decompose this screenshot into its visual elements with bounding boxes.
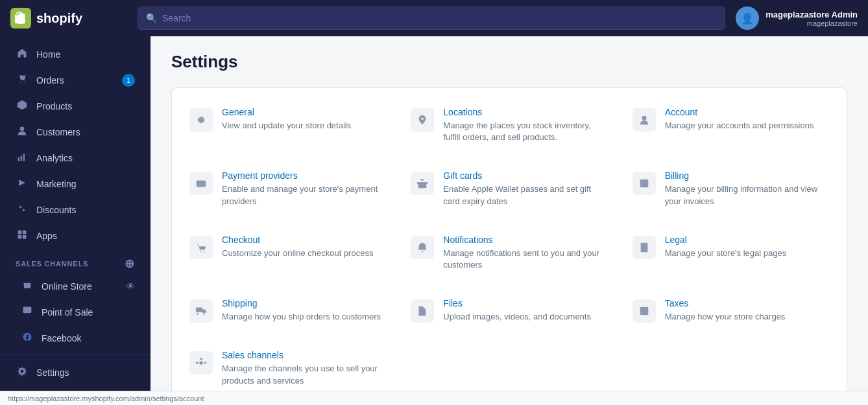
notifications-desc: Manage notifications sent to you and you… [443, 248, 607, 271]
gift-cards-title: Gift cards [443, 170, 607, 181]
sidebar-item-home[interactable]: Home [5, 41, 145, 67]
legal-desc: Manage your store's legal pages [665, 248, 829, 259]
logo-area: shopify [10, 8, 127, 29]
settings-card-checkout[interactable]: Checkout Customize your online checkout … [177, 221, 398, 284]
svg-rect-14 [640, 243, 647, 252]
gift-cards-content: Gift cards Enable Apple Wallet passes an… [443, 170, 607, 207]
sales-channels-content: Sales channels Manage the channels you u… [222, 350, 386, 386]
sidebar-item-marketing[interactable]: Marketing [5, 171, 145, 197]
svg-point-2 [23, 209, 25, 211]
sidebar-item-discounts[interactable]: Discounts [5, 197, 145, 223]
page-title: Settings [171, 52, 847, 72]
shipping-icon [189, 299, 213, 323]
taxes-content: Taxes Manage how your store charges [665, 298, 829, 323]
legal-content: Legal Manage your store's legal pages [665, 235, 829, 259]
svg-point-19 [200, 358, 202, 360]
status-bar: https://mageplazastore.myshopify.com/adm… [0, 391, 868, 405]
settings-card-general[interactable]: General View and update your store detai… [177, 93, 398, 157]
taxes-desc: Manage how your store charges [665, 311, 829, 323]
settings-card-taxes[interactable]: Taxes Manage how your store charges [620, 284, 841, 336]
products-icon [16, 100, 29, 113]
search-bar[interactable]: 🔍 [138, 6, 725, 30]
sidebar-item-online-store[interactable]: Online Store 👁 [5, 273, 145, 299]
discounts-icon [16, 203, 29, 216]
sidebar-item-products[interactable]: Products [5, 93, 145, 119]
svg-point-21 [196, 362, 199, 365]
files-desc: Upload images, videos, and documents [443, 311, 607, 323]
legal-icon [633, 236, 656, 259]
svg-point-12 [200, 251, 201, 252]
gift-cards-icon [411, 172, 434, 195]
svg-point-20 [204, 362, 207, 365]
sidebar-item-facebook[interactable]: Facebook [5, 325, 145, 351]
locations-icon [411, 108, 434, 132]
pos-icon [21, 306, 34, 319]
svg-point-16 [203, 313, 205, 315]
settings-card-gift-cards[interactable]: Gift cards Enable Apple Wallet passes an… [398, 157, 620, 220]
online-store-icon [21, 280, 34, 293]
svg-rect-3 [18, 231, 22, 235]
sidebar-nav: Home Orders 1 Products Customers [0, 41, 151, 249]
files-content: Files Upload images, videos, and documen… [443, 298, 607, 323]
main-content: Settings General View and update your st… [151, 36, 868, 391]
search-input[interactable] [162, 13, 717, 23]
payment-providers-content: Payment providers Enable and manage your… [222, 170, 386, 207]
settings-grid: General View and update your store detai… [177, 93, 841, 391]
checkout-desc: Customize your online checkout process [222, 248, 386, 259]
general-content: General View and update your store detai… [222, 107, 386, 132]
add-sales-channel-icon[interactable]: ⊕ [125, 257, 135, 271]
user-name: mageplazastore Admin [766, 10, 858, 19]
svg-point-18 [199, 362, 202, 365]
settings-card-account[interactable]: Account Manage your accounts and permiss… [620, 93, 841, 157]
settings-card-shipping[interactable]: Shipping Manage how you ship orders to c… [177, 284, 398, 336]
settings-card-files[interactable]: Files Upload images, videos, and documen… [398, 284, 620, 336]
sales-channels-desc: Manage the channels you use to sell your… [222, 363, 386, 386]
facebook-icon [21, 332, 34, 345]
svg-rect-11 [640, 179, 648, 188]
general-icon [189, 108, 213, 132]
settings-card-billing[interactable]: Billing Manage your billing information … [620, 157, 841, 220]
shipping-title: Shipping [222, 298, 386, 308]
sidebar-item-settings[interactable]: Settings [5, 360, 145, 386]
svg-point-8 [642, 116, 646, 121]
analytics-icon [16, 152, 29, 165]
svg-point-1 [19, 206, 21, 208]
sidebar-item-pos[interactable]: Point of Sale [5, 299, 145, 325]
status-url: https://mageplazastore.myshopify.com/adm… [8, 395, 204, 402]
billing-title: Billing [665, 170, 829, 181]
notifications-title: Notifications [443, 235, 607, 245]
settings-card-notifications[interactable]: Notifications Manage notifications sent … [398, 221, 620, 284]
customers-icon [16, 126, 29, 139]
locations-content: Locations Manage the places you stock in… [443, 107, 607, 143]
account-title: Account [665, 107, 829, 117]
general-title: General [222, 107, 386, 117]
account-icon [633, 108, 656, 132]
apps-icon [16, 229, 29, 242]
settings-card-sales-channels[interactable]: Sales channels Manage the channels you u… [177, 336, 398, 391]
user-info: mageplazastore Admin mageplazastore [766, 10, 858, 27]
svg-rect-17 [640, 307, 648, 316]
settings-card-legal[interactable]: Legal Manage your store's legal pages [620, 221, 841, 284]
settings-grid-container: General View and update your store detai… [171, 87, 847, 391]
account-content: Account Manage your accounts and permiss… [665, 107, 829, 132]
search-icon: 🔍 [146, 13, 157, 23]
sidebar-item-orders[interactable]: Orders 1 [5, 67, 145, 93]
taxes-icon [633, 299, 656, 323]
settings-card-payment-providers[interactable]: Payment providers Enable and manage your… [177, 157, 398, 220]
sidebar: Home Orders 1 Products Customers [0, 36, 151, 391]
billing-content: Billing Manage your billing information … [665, 170, 829, 207]
account-desc: Manage your accounts and permissions [665, 120, 829, 132]
sidebar-item-analytics[interactable]: Analytics [5, 145, 145, 171]
sidebar-item-customers[interactable]: Customers [5, 119, 145, 145]
logo-text: shopify [36, 11, 82, 26]
general-desc: View and update your store details [222, 120, 386, 132]
checkout-title: Checkout [222, 235, 386, 245]
sidebar-bottom: Settings [0, 354, 151, 391]
eye-icon[interactable]: 👁 [126, 281, 135, 292]
files-title: Files [443, 298, 607, 308]
user-area[interactable]: 👤 mageplazastore Admin mageplazastore [736, 6, 858, 30]
sidebar-item-apps[interactable]: Apps [5, 223, 145, 249]
settings-card-locations[interactable]: Locations Manage the places you stock in… [398, 93, 620, 157]
payment-providers-title: Payment providers [222, 170, 386, 181]
avatar: 👤 [736, 6, 759, 30]
